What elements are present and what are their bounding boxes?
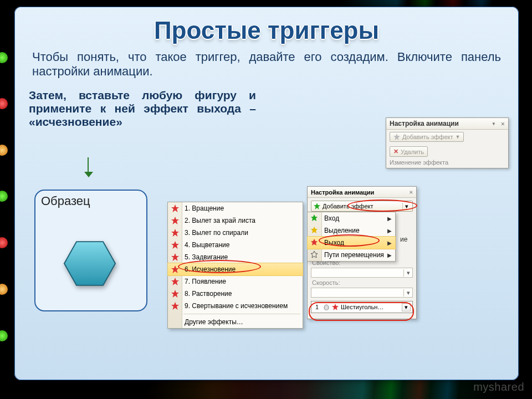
effect-item[interactable]: 2. Вылет за край листа xyxy=(168,214,303,227)
star-icon xyxy=(314,203,320,209)
effect-item[interactable]: 5. Задвигание xyxy=(168,251,303,263)
svg-marker-8 xyxy=(171,278,179,285)
svg-marker-1 xyxy=(393,134,400,140)
add-effect-label: Добавить эффект xyxy=(402,134,453,140)
effect-label: 1. Вращение xyxy=(185,204,224,212)
effect-label: 8. Растворение xyxy=(185,290,232,298)
svg-marker-5 xyxy=(171,241,179,249)
submenu-label: Выделение xyxy=(324,227,360,234)
slide: Простые триггеры Чтобы понять, что такое… xyxy=(14,7,519,380)
hexagon-shape[interactable] xyxy=(63,241,116,287)
cutoff-text: ие xyxy=(400,236,407,243)
effect-type-submenu: Вход▶ Выделение▶ Выход▶ Пути перемещения… xyxy=(307,212,396,262)
effect-item[interactable]: 7. Появление xyxy=(168,275,303,288)
effect-label: 4. Выцветание xyxy=(185,241,229,249)
svg-marker-6 xyxy=(171,253,179,261)
speed-label: Скорость: xyxy=(308,278,416,287)
paragraph-2: Затем, вставьте любую фигуру и примените… xyxy=(29,89,256,129)
page-title: Простые триггеры xyxy=(29,17,504,44)
panel-b-title: Настройка анимации xyxy=(311,189,374,196)
sample-box: Образец xyxy=(34,190,147,311)
watermark: myshared xyxy=(473,381,524,393)
svg-marker-3 xyxy=(171,217,179,224)
anim-index: 1 xyxy=(313,304,321,310)
effect-label: 2. Вылет за край листа xyxy=(185,217,255,224)
submenu-item[interactable]: Выделение▶ xyxy=(308,224,395,237)
effect-item[interactable]: 4. Выцветание xyxy=(168,239,303,251)
paragraph-1: Чтобы понять, что такое триггер, давайте… xyxy=(29,50,504,84)
effect-item[interactable]: 3. Вылет по спирали xyxy=(168,227,303,239)
svg-marker-4 xyxy=(171,229,179,237)
svg-marker-15 xyxy=(311,227,318,233)
effect-label: 6. Исчезновение xyxy=(185,265,236,273)
effects-menu: 1. Вращение 2. Вылет за край листа 3. Вы… xyxy=(167,202,303,329)
effect-label: 3. Вылет по спирали xyxy=(185,229,248,237)
more-effects-label: Другие эффекты… xyxy=(185,318,243,326)
chevron-right-icon: ▶ xyxy=(387,216,392,222)
effect-label: 7. Появление xyxy=(185,278,226,285)
animation-panel-small: Настройка анимации ▾ ✕ Добавить эффект ▼… xyxy=(386,117,509,168)
submenu-label: Вход xyxy=(324,214,339,222)
svg-marker-10 xyxy=(171,302,179,310)
effect-label: 9. Свертывание с исчезновением xyxy=(185,302,288,310)
chevron-down-icon[interactable]: ▾ xyxy=(403,269,412,277)
property-combo[interactable]: ▾ xyxy=(311,268,413,278)
delete-label: Удалить xyxy=(401,149,424,155)
svg-marker-7 xyxy=(171,265,179,273)
svg-marker-9 xyxy=(171,290,179,298)
add-effect-dropdown[interactable]: Добавить эффект ▾ xyxy=(311,201,413,212)
speed-combo[interactable]: ▾ xyxy=(311,288,413,298)
svg-marker-11 xyxy=(314,203,320,209)
chevron-down-icon[interactable]: ▾ xyxy=(402,303,411,311)
effect-item[interactable]: 8. Растворение xyxy=(168,288,303,300)
animation-list-item[interactable]: 1 Шестиугольн… ▾ xyxy=(311,301,413,313)
submenu-item[interactable]: Пути перемещения▶ xyxy=(308,249,395,261)
svg-marker-0 xyxy=(64,242,115,285)
svg-marker-16 xyxy=(311,239,318,245)
effect-item-selected[interactable]: 6. Исчезновение xyxy=(168,263,303,275)
effect-label: 5. Задвигание xyxy=(185,253,228,261)
submenu-item[interactable]: Вход▶ xyxy=(308,212,395,224)
delete-button[interactable]: ✕ Удалить xyxy=(390,146,428,157)
chevron-right-icon: ▶ xyxy=(387,240,392,246)
svg-point-12 xyxy=(324,305,329,310)
mouse-icon xyxy=(323,304,330,310)
chevron-right-icon: ▶ xyxy=(387,252,392,258)
anim-name: Шестиугольн… xyxy=(341,304,383,310)
svg-marker-2 xyxy=(171,204,179,212)
panel-a-title: Настройка анимации xyxy=(390,120,459,127)
svg-marker-17 xyxy=(311,251,318,258)
svg-marker-13 xyxy=(332,304,339,310)
chevron-right-icon: ▶ xyxy=(387,228,392,234)
submenu-label: Выход xyxy=(324,239,344,247)
panel-a-caption: Изменение эффекта xyxy=(386,159,508,168)
close-icon[interactable]: ✕ xyxy=(409,188,413,196)
more-effects-item[interactable]: Другие эффекты… xyxy=(168,316,303,328)
chevron-down-icon[interactable]: ▾ xyxy=(403,289,412,296)
star-icon xyxy=(332,304,339,310)
close-icon[interactable]: ✕ xyxy=(501,120,505,127)
submenu-label: Пути перемещения xyxy=(324,251,384,259)
add-effect-button[interactable]: Добавить эффект ▼ xyxy=(390,132,464,142)
svg-marker-14 xyxy=(311,214,318,221)
chevron-down-icon[interactable]: ▾ xyxy=(402,203,410,210)
add-effect-label: Добавить эффект xyxy=(323,203,373,209)
effect-item[interactable]: 1. Вращение xyxy=(168,202,303,214)
effect-item[interactable]: 9. Свертывание с исчезновением xyxy=(168,300,303,312)
star-icon xyxy=(393,134,400,140)
sample-label: Образец xyxy=(35,191,146,212)
submenu-item-selected[interactable]: Выход▶ xyxy=(308,237,395,249)
panel-a-pin-icon[interactable]: ▾ xyxy=(492,120,495,127)
